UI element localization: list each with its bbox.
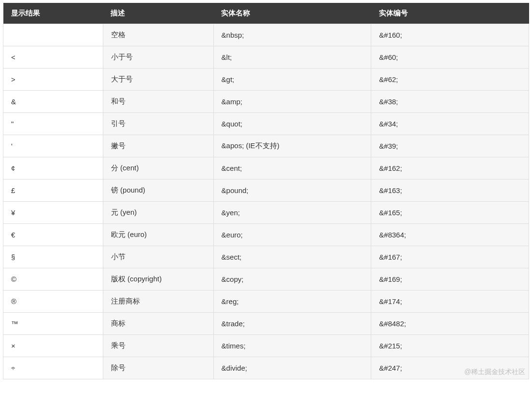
table-header-row: 显示结果 描述 实体名称 实体编号 [3, 3, 529, 24]
table-row: '撇号&apos; (IE不支持)&#39; [3, 135, 529, 157]
header-name: 实体名称 [213, 3, 371, 24]
cell-num: &#174; [371, 291, 529, 313]
cell-result: ÷ [3, 357, 103, 379]
cell-result: × [3, 335, 103, 357]
cell-num: &#39; [371, 135, 529, 157]
cell-num: &#34; [371, 113, 529, 135]
table-row: >大于号&gt;&#62; [3, 69, 529, 91]
entity-table-container: 显示结果 描述 实体名称 实体编号 空格&nbsp;&#160;<小于号&lt;… [0, 0, 532, 382]
table-row: "引号&quot;&#34; [3, 113, 529, 135]
cell-desc: 镑 (pound) [103, 180, 213, 202]
cell-num: &#8482; [371, 313, 529, 335]
cell-desc: 引号 [103, 113, 213, 135]
table-row: &和号&amp;&#38; [3, 91, 529, 113]
cell-result: ® [3, 291, 103, 313]
cell-name: &amp; [213, 91, 371, 113]
cell-result: ¥ [3, 202, 103, 224]
cell-name: &pound; [213, 180, 371, 202]
table-row: ¥元 (yen)&yen;&#165; [3, 202, 529, 224]
cell-desc: 元 (yen) [103, 202, 213, 224]
cell-num: &#163; [371, 180, 529, 202]
cell-result: ¢ [3, 157, 103, 180]
cell-desc: 撇号 [103, 135, 213, 157]
cell-result: ™ [3, 313, 103, 335]
header-result: 显示结果 [3, 3, 103, 24]
cell-name: &gt; [213, 69, 371, 91]
cell-result: ' [3, 135, 103, 157]
cell-name: &times; [213, 335, 371, 357]
cell-num: &#169; [371, 268, 529, 291]
cell-name: &copy; [213, 268, 371, 291]
cell-name: &trade; [213, 313, 371, 335]
table-row: §小节&sect;&#167; [3, 246, 529, 268]
table-row: ×乘号&times;&#215; [3, 335, 529, 357]
cell-num: &#167; [371, 246, 529, 268]
cell-name: &apos; (IE不支持) [213, 135, 371, 157]
cell-result [3, 24, 103, 46]
cell-desc: 欧元 (euro) [103, 224, 213, 246]
table-row: ¢分 (cent)&cent;&#162; [3, 157, 529, 180]
cell-num: &#165; [371, 202, 529, 224]
cell-result: © [3, 268, 103, 291]
cell-result: € [3, 224, 103, 246]
cell-result: £ [3, 180, 103, 202]
html-entities-table: 显示结果 描述 实体名称 实体编号 空格&nbsp;&#160;<小于号&lt;… [3, 3, 529, 379]
cell-desc: 空格 [103, 24, 213, 46]
cell-num: &#62; [371, 69, 529, 91]
cell-desc: 乘号 [103, 335, 213, 357]
cell-name: &quot; [213, 113, 371, 135]
cell-name: &divide; [213, 357, 371, 379]
cell-num: &#8364; [371, 224, 529, 246]
cell-result: & [3, 91, 103, 113]
cell-desc: 版权 (copyright) [103, 268, 213, 291]
cell-result: " [3, 113, 103, 135]
table-row: ÷除号&divide;&#247; [3, 357, 529, 379]
cell-num: &#38; [371, 91, 529, 113]
table-row: 空格&nbsp;&#160; [3, 24, 529, 46]
cell-desc: 商标 [103, 313, 213, 335]
table-body: 空格&nbsp;&#160;<小于号&lt;&#60;>大于号&gt;&#62;… [3, 24, 529, 379]
cell-name: &sect; [213, 246, 371, 268]
cell-name: &yen; [213, 202, 371, 224]
table-row: ®注册商标&reg;&#174; [3, 291, 529, 313]
header-desc: 描述 [103, 3, 213, 24]
cell-result: < [3, 46, 103, 69]
cell-num: &#60; [371, 46, 529, 69]
cell-num: &#160; [371, 24, 529, 46]
table-row: <小于号&lt;&#60; [3, 46, 529, 69]
cell-desc: 大于号 [103, 69, 213, 91]
cell-name: &cent; [213, 157, 371, 180]
cell-num: &#162; [371, 157, 529, 180]
table-row: £镑 (pound)&pound;&#163; [3, 180, 529, 202]
cell-desc: 和号 [103, 91, 213, 113]
cell-name: &reg; [213, 291, 371, 313]
cell-desc: 分 (cent) [103, 157, 213, 180]
cell-desc: 小节 [103, 246, 213, 268]
table-row: ©版权 (copyright)&copy;&#169; [3, 268, 529, 291]
cell-name: &nbsp; [213, 24, 371, 46]
cell-num: &#215; [371, 335, 529, 357]
cell-desc: 小于号 [103, 46, 213, 69]
cell-desc: 除号 [103, 357, 213, 379]
table-row: €欧元 (euro)&euro;&#8364; [3, 224, 529, 246]
cell-name: &lt; [213, 46, 371, 69]
table-row: ™商标&trade;&#8482; [3, 313, 529, 335]
header-num: 实体编号 [371, 3, 529, 24]
cell-desc: 注册商标 [103, 291, 213, 313]
cell-result: § [3, 246, 103, 268]
cell-name: &euro; [213, 224, 371, 246]
cell-result: > [3, 69, 103, 91]
cell-num: &#247; [371, 357, 529, 379]
